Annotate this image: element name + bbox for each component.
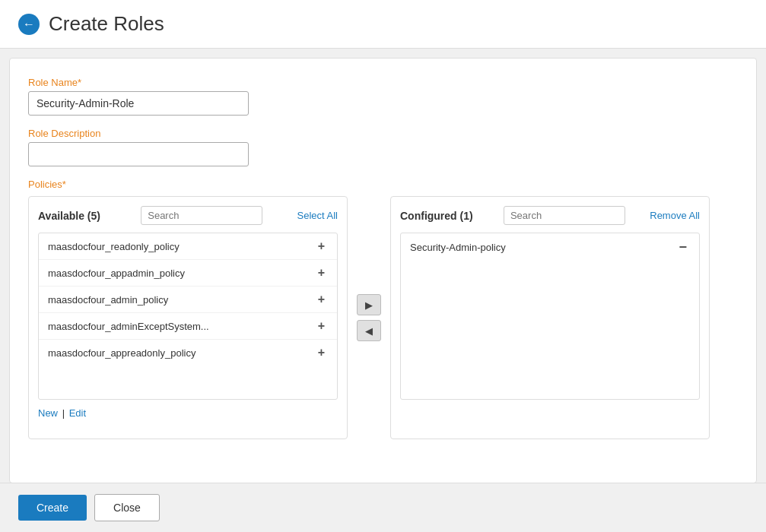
remove-item-button[interactable]: − [675,239,690,255]
configured-panel: Configured (1) Remove All Security-Admin… [390,196,710,439]
available-search-input[interactable] [141,206,262,225]
role-name-label: Role Name* [28,77,738,88]
move-left-icon: ◀ [365,325,373,337]
available-panel-header: Available (5) Select All [38,206,338,225]
policies-group: Policies* Available (5) Select All maasd… [28,179,738,439]
policies-label: Policies* [28,179,738,190]
select-all-link[interactable]: Select All [297,210,338,221]
page-header: ← Create Roles [0,0,766,49]
list-item[interactable]: maasdocfour_admin_policy + [39,287,337,313]
edit-link[interactable]: Edit [69,407,86,419]
footer-bar: Create Close [0,483,766,492]
back-button[interactable]: ← [18,14,40,35]
move-left-button[interactable]: ◀ [357,320,381,341]
item-name: maasdocfour_appadmin_policy [48,268,185,279]
page-title: Create Roles [49,12,164,36]
new-link[interactable]: New [38,407,58,419]
available-panel-title: Available (5) [38,210,100,222]
list-item[interactable]: maasdocfour_readonly_policy + [39,233,337,260]
role-description-group: Role Description [28,128,738,166]
add-item-button[interactable]: + [315,239,328,253]
configured-list: Security-Admin-policy − [400,233,700,400]
item-name: maasdocfour_adminExceptSystem... [48,321,209,332]
add-item-button[interactable]: + [315,266,328,280]
main-content: Role Name* Role Description Policies* Av… [9,58,757,483]
available-panel-footer: New | Edit [38,407,338,419]
role-name-input[interactable] [28,91,249,116]
role-description-label: Role Description [28,128,738,139]
transfer-buttons: ▶ ◀ [357,294,381,341]
list-item[interactable]: maasdocfour_adminExceptSystem... + [39,313,337,340]
item-name: Security-Admin-policy [410,242,506,253]
move-right-button[interactable]: ▶ [357,294,381,315]
move-right-icon: ▶ [365,299,373,311]
list-item[interactable]: maasdocfour_appreadonly_policy + [39,340,337,366]
add-item-button[interactable]: + [315,346,328,359]
back-icon: ← [23,17,35,31]
configured-panel-title: Configured (1) [400,210,473,222]
available-panel: Available (5) Select All maasdocfour_rea… [28,196,348,439]
configured-search-input[interactable] [504,206,625,225]
role-name-group: Role Name* [28,77,738,116]
remove-all-link[interactable]: Remove All [650,210,700,221]
configured-panel-header: Configured (1) Remove All [400,206,700,225]
item-name: maasdocfour_appreadonly_policy [48,347,195,359]
footer-divider: | [62,407,65,419]
policies-section: Available (5) Select All maasdocfour_rea… [28,196,738,439]
list-item[interactable]: Security-Admin-policy − [401,233,699,261]
available-list: maasdocfour_readonly_policy + maasdocfou… [38,233,338,400]
role-description-input[interactable] [28,142,249,166]
item-name: maasdocfour_admin_policy [48,294,168,306]
list-item[interactable]: maasdocfour_appadmin_policy + [39,260,337,287]
add-item-button[interactable]: + [315,319,328,333]
item-name: maasdocfour_readonly_policy [48,241,180,252]
add-item-button[interactable]: + [315,293,328,306]
